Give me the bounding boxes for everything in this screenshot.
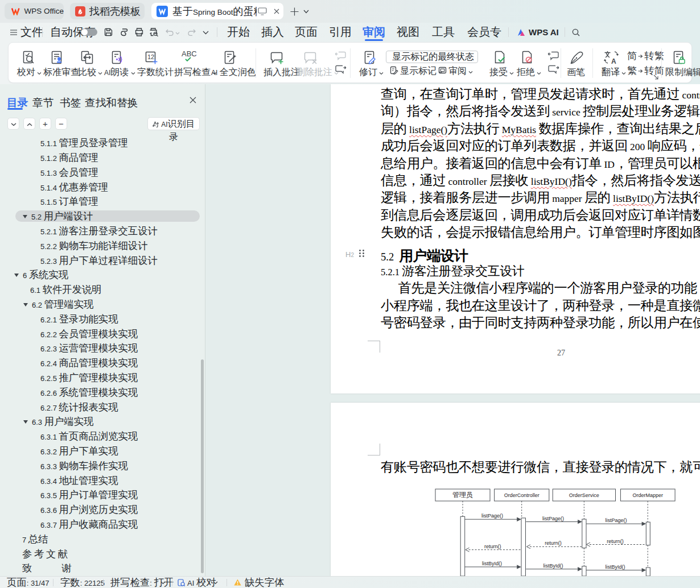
svg-text:OrderController: OrderController	[504, 492, 540, 498]
svg-text:A: A	[611, 57, 616, 65]
svg-text:return(): return()	[607, 539, 624, 544]
svg-text:OrderService: OrderService	[569, 492, 599, 498]
svg-text:return(): return()	[545, 540, 562, 546]
svg-text:return(): return()	[484, 544, 501, 549]
svg-text:OrderMapper: OrderMapper	[632, 492, 663, 498]
svg-text:ABC: ABC	[182, 50, 197, 58]
svg-text:listById(): listById()	[605, 564, 625, 570]
svg-text:listPage(): listPage()	[606, 517, 627, 523]
svg-text:12: 12	[147, 53, 154, 60]
svg-text:listPage(): listPage()	[542, 516, 564, 521]
svg-text:listPage(): listPage()	[481, 513, 503, 519]
svg-text:listById(): listById()	[482, 561, 502, 566]
svg-text:管理员: 管理员	[452, 491, 473, 499]
svg-text:listById(): listById()	[543, 563, 563, 569]
